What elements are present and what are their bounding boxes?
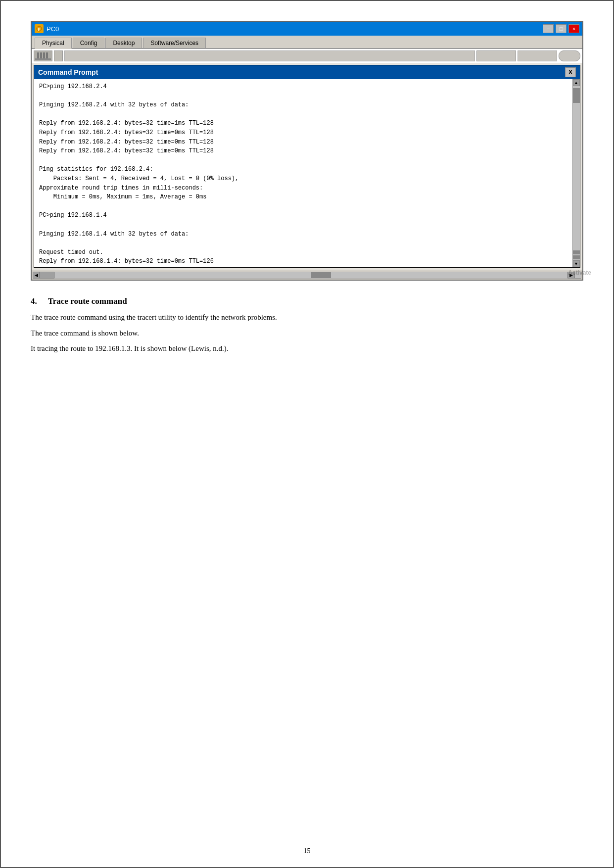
paragraph-3: It tracing the route to 192.168.1.3. It … xyxy=(31,342,583,355)
cmd-body-wrap: PC>ping 192.168.2.4 Pinging 192.168.2.4 … xyxy=(34,79,580,267)
bottom-statusbar: ◀ ▶ Activate xyxy=(32,270,582,280)
scroll-down-arrow[interactable]: ▼ xyxy=(573,260,580,267)
content-panel: Command Prompt X PC>ping 192.168.2.4 Pin… xyxy=(34,65,580,268)
tab-config[interactable]: Config xyxy=(73,38,105,48)
minimize-button[interactable]: − xyxy=(543,24,554,33)
toolbar-row xyxy=(32,49,582,63)
titlebar: P PC0 − □ × xyxy=(32,22,582,36)
cmd-line-2: Pinging 192.168.2.4 with 32 bytes of dat… xyxy=(39,100,567,110)
scroll-left-arrow[interactable]: ◀ xyxy=(33,272,40,279)
tab-bar: Physical Config Desktop Software/Service… xyxy=(32,36,582,49)
window-title: PC0 xyxy=(47,25,59,33)
tab-desktop[interactable]: Desktop xyxy=(105,38,142,48)
paragraph-1: The trace route command using the tracer… xyxy=(31,311,583,324)
left-scroll-indicator xyxy=(40,272,54,279)
cmd-line-blank-8 xyxy=(39,156,567,165)
cmd-title: Command Prompt xyxy=(38,68,98,76)
cmd-titlebar: Command Prompt X xyxy=(34,65,580,79)
bottom-scroll-thumb[interactable] xyxy=(311,272,331,278)
cmd-line-18: Request timed out. xyxy=(39,248,567,257)
toolbar-icon-1[interactable] xyxy=(34,50,52,61)
section-heading: 4. Trace route command xyxy=(31,296,583,306)
toolbar-icon-2[interactable] xyxy=(54,50,63,61)
cmd-line-blank-1 xyxy=(39,92,567,101)
cmd-line-20: Reply from 192.168.1.4: bytes=32 time=0m… xyxy=(39,266,567,267)
bottom-scroll-track[interactable] xyxy=(54,272,567,279)
cmd-close-button[interactable]: X xyxy=(565,67,576,77)
scroll-thumb[interactable] xyxy=(573,88,580,103)
tab-software-services[interactable]: Software/Services xyxy=(143,38,206,48)
cmd-line-blank-13 xyxy=(39,202,567,211)
scroll-indicator-2 xyxy=(573,255,580,259)
paragraph-2: The trace command is shown below. xyxy=(31,327,583,340)
toolbar-icon-3[interactable] xyxy=(476,50,516,61)
window-controls: − □ × xyxy=(543,24,579,33)
cmd-line-blank-15 xyxy=(39,220,567,230)
cmd-output: PC>ping 192.168.2.4 Pinging 192.168.2.4 … xyxy=(34,79,572,267)
maximize-button[interactable]: □ xyxy=(556,24,567,33)
cmd-line-blank-17 xyxy=(39,239,567,248)
cmd-line-0: PC>ping 192.168.2.4 xyxy=(39,82,567,92)
cmd-prompt-window: Command Prompt X PC>ping 192.168.2.4 Pin… xyxy=(34,65,580,268)
cmd-line-19: Reply from 192.168.1.4: bytes=32 time=0m… xyxy=(39,257,567,266)
document-page: P PC0 − □ × Physical Config Desktop Soft… xyxy=(0,0,614,868)
close-button[interactable]: × xyxy=(568,24,579,33)
toolbar-spacer xyxy=(64,50,475,61)
cmd-line-6: Reply from 192.168.2.4: bytes=32 time=0m… xyxy=(39,138,567,147)
cmd-scrollbar[interactable]: ▲ ▼ xyxy=(572,79,580,267)
page-number: 15 xyxy=(1,847,613,855)
cmd-line-12: Minimum = 0ms, Maximum = 1ms, Average = … xyxy=(39,193,567,202)
section-number: 4. xyxy=(31,296,37,306)
scroll-up-arrow[interactable]: ▲ xyxy=(573,79,580,86)
cmd-line-blank-3 xyxy=(39,110,567,119)
main-content-area: Command Prompt X PC>ping 192.168.2.4 Pin… xyxy=(32,63,582,270)
cmd-line-9: Ping statistics for 192.168.2.4: xyxy=(39,165,567,174)
activate-watermark: Activate xyxy=(568,269,591,276)
simulator-window: P PC0 − □ × Physical Config Desktop Soft… xyxy=(31,21,583,281)
tab-physical[interactable]: Physical xyxy=(35,38,72,49)
cmd-line-14: PC>ping 192.168.1.4 xyxy=(39,211,567,220)
cmd-line-11: Approximate round trip times in milli-se… xyxy=(39,184,567,193)
scroll-indicator-1 xyxy=(573,250,580,254)
window-icon: P xyxy=(35,24,44,33)
toolbar-icon-4 xyxy=(518,50,557,61)
cmd-line-16: Pinging 192.168.1.4 with 32 bytes of dat… xyxy=(39,230,567,239)
cmd-line-10: Packets: Sent = 4, Received = 4, Lost = … xyxy=(39,174,567,184)
section-title: Trace route command xyxy=(48,296,127,306)
section-4: 4. Trace route command The trace route c… xyxy=(31,296,583,355)
cmd-line-5: Reply from 192.168.2.4: bytes=32 time=0m… xyxy=(39,128,567,138)
toolbar-icon-5[interactable] xyxy=(559,50,580,61)
cmd-line-7: Reply from 192.168.2.4: bytes=32 time=0m… xyxy=(39,146,567,156)
svg-text:P: P xyxy=(38,27,41,32)
cmd-line-4: Reply from 192.168.2.4: bytes=32 time=1m… xyxy=(39,119,567,128)
